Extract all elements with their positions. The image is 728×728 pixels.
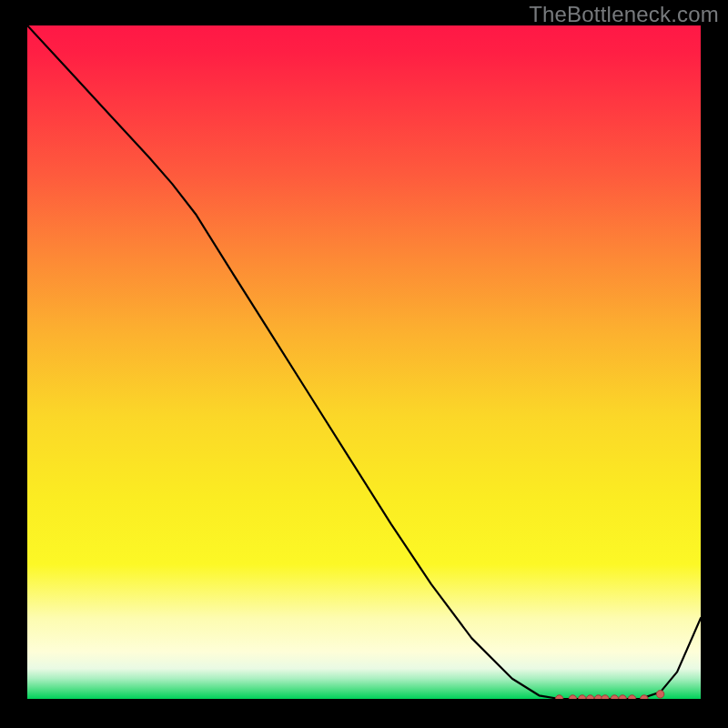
chart-svg: [27, 25, 701, 699]
data-marker: [602, 695, 609, 699]
data-marker: [569, 695, 576, 699]
gradient-background: [27, 25, 701, 699]
data-marker: [628, 695, 635, 699]
data-marker: [579, 695, 586, 699]
data-marker: [656, 691, 663, 698]
chart-container: TheBottleneck.com: [0, 0, 728, 728]
data-marker: [611, 695, 618, 699]
data-marker: [641, 695, 648, 699]
data-marker: [555, 695, 562, 699]
watermark-text: TheBottleneck.com: [529, 2, 719, 27]
data-marker: [619, 695, 626, 699]
data-marker: [586, 695, 593, 699]
plot-area: [27, 25, 701, 699]
